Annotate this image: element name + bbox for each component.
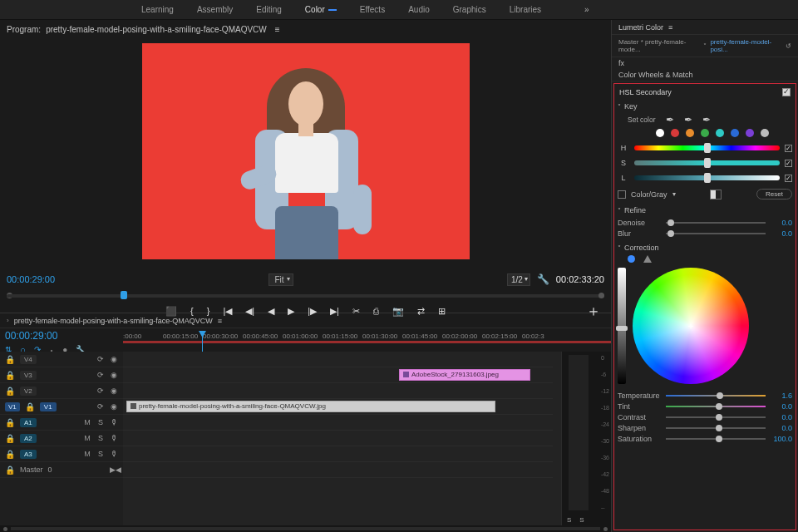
swatch-orange[interactable]: [686, 129, 694, 137]
sync-icon[interactable]: ⟳: [96, 402, 105, 411]
add-button-icon[interactable]: ＋: [586, 301, 601, 321]
timeline-playhead-tc[interactable]: 00:00:29:00: [5, 330, 118, 342]
slider-knob[interactable]: [716, 436, 722, 442]
blur-slider[interactable]: [666, 233, 766, 234]
contrast-value[interactable]: 0.0: [771, 413, 792, 421]
expand-icon[interactable]: ▶◀: [110, 466, 118, 474]
monitor-resolution-select[interactable]: 1/2: [507, 273, 530, 286]
monitor-viewer[interactable]: [0, 38, 611, 269]
track-header-v1[interactable]: V1 🔒 V1 ⟳◉: [0, 399, 123, 415]
timeline-playhead[interactable]: [202, 331, 203, 352]
hue-enable-checkbox[interactable]: [785, 145, 792, 152]
sat-enable-checkbox[interactable]: [785, 160, 792, 167]
slider-handle[interactable]: [704, 173, 711, 183]
lum-slider[interactable]: [634, 175, 780, 180]
track-label[interactable]: V1: [40, 402, 57, 411]
sat-slider[interactable]: [634, 160, 780, 165]
twisty-icon[interactable]: ˅: [618, 103, 621, 111]
denoise-value[interactable]: 0.0: [771, 219, 792, 227]
lane-a1[interactable]: [123, 415, 553, 431]
eyedropper-icon[interactable]: ✒: [666, 114, 674, 126]
lane-v1[interactable]: pretty-female-model-posing-with-a-smilin…: [123, 399, 553, 415]
eye-icon[interactable]: ◉: [110, 355, 118, 363]
lum-enable-checkbox[interactable]: [785, 175, 792, 182]
invert-mask-icon[interactable]: [710, 190, 722, 200]
slider-knob[interactable]: [716, 403, 722, 410]
color-wheel[interactable]: ＋: [633, 268, 749, 384]
timeline-zoom-bar[interactable]: [0, 525, 611, 532]
scrubber-end-dot[interactable]: [598, 293, 604, 298]
eye-icon[interactable]: ◉: [110, 371, 118, 379]
twisty-icon[interactable]: ˅: [618, 244, 621, 252]
lock-icon[interactable]: 🔒: [5, 466, 15, 475]
master-value[interactable]: 0: [48, 466, 52, 474]
step-forward-icon[interactable]: |▶: [308, 306, 317, 317]
work-area-bar[interactable]: [123, 341, 611, 343]
tint-slider[interactable]: [666, 406, 766, 407]
eye-icon[interactable]: ◉: [110, 387, 118, 395]
saturation-slider[interactable]: [666, 438, 766, 440]
clip-v3[interactable]: AdobeStock_279131603.jpeg: [399, 369, 530, 381]
temperature-value[interactable]: 1.6: [771, 392, 792, 400]
tab-libraries[interactable]: Libraries: [510, 5, 541, 14]
swatch-purple[interactable]: [746, 129, 754, 137]
mute-icon[interactable]: M: [83, 450, 91, 458]
voice-icon[interactable]: 🎙: [110, 418, 118, 426]
color-wheels-row[interactable]: Color Wheels & Match: [612, 69, 798, 81]
swatch-blue[interactable]: [731, 129, 739, 137]
monitor-timecode-in[interactable]: 00:00:29:00: [7, 274, 55, 284]
step-back-icon[interactable]: ◀|: [245, 306, 254, 317]
solo-icon[interactable]: S: [96, 434, 105, 442]
slider-handle[interactable]: [704, 143, 711, 153]
track-label[interactable]: A1: [20, 418, 37, 427]
eyedropper-add-icon[interactable]: ✒: [684, 114, 692, 126]
sync-icon[interactable]: ⟳: [96, 371, 105, 379]
luma-handle[interactable]: [616, 326, 628, 331]
monitor-menu-icon[interactable]: ≡: [275, 25, 280, 34]
track-header-a1[interactable]: 🔒 A1 MS🎙: [0, 415, 123, 431]
solo-icon[interactable]: S: [96, 450, 105, 458]
reset-button[interactable]: Reset: [756, 189, 792, 200]
breadcrumb-clip-link[interactable]: pretty-female-model-posi...: [710, 38, 782, 53]
zoom-left-handle[interactable]: [3, 527, 7, 531]
key-header[interactable]: ˅ Key: [618, 102, 792, 111]
temperature-slider[interactable]: [666, 395, 766, 397]
lane-v2[interactable]: [123, 383, 553, 399]
tab-learning[interactable]: Learning: [141, 5, 174, 14]
eyedropper-remove-icon[interactable]: ✒: [702, 114, 711, 126]
swatch-gray[interactable]: [761, 129, 769, 137]
solo-left[interactable]: S: [567, 516, 571, 524]
refine-header[interactable]: ˅ Refine: [618, 206, 792, 214]
tab-color[interactable]: Color: [305, 5, 337, 14]
sync-icon[interactable]: ⟳: [96, 355, 105, 363]
extract-icon[interactable]: ⎙: [373, 306, 379, 316]
track-label[interactable]: A3: [20, 450, 37, 459]
swatch-white[interactable]: [656, 129, 664, 137]
slider-knob[interactable]: [716, 414, 722, 421]
lane-a3[interactable]: [123, 446, 553, 462]
swatch-red[interactable]: [671, 129, 679, 137]
tint-value[interactable]: 0.0: [771, 402, 792, 411]
sync-icon[interactable]: ⟳: [96, 387, 105, 395]
monitor-fit-select[interactable]: Fit: [268, 273, 293, 286]
clip-v1[interactable]: pretty-female-model-posing-with-a-smilin…: [126, 401, 495, 412]
lock-icon[interactable]: 🔒: [5, 371, 15, 380]
sharpen-slider[interactable]: [666, 427, 766, 429]
hsl-enable-checkbox[interactable]: [782, 88, 791, 96]
correction-header[interactable]: ˅ Correction: [618, 244, 792, 252]
solo-icon[interactable]: S: [96, 418, 105, 426]
tab-graphics[interactable]: Graphics: [453, 5, 486, 14]
fx-row[interactable]: fx: [612, 57, 798, 69]
sharpen-value[interactable]: 0.0: [771, 424, 792, 432]
hue-slider[interactable]: [634, 145, 780, 150]
colorgray-checkbox[interactable]: [618, 190, 626, 199]
eye-icon[interactable]: ◉: [110, 402, 118, 411]
source-patch-v1[interactable]: V1: [5, 402, 20, 411]
track-lanes[interactable]: AdobeStock_279131603.jpeg pretty-female-…: [123, 352, 561, 525]
track-header-a3[interactable]: 🔒 A3 MS🎙: [0, 446, 123, 462]
time-ruler[interactable]: :00:00 00:00:15:00 00:00:30:00 00:00:45:…: [123, 328, 611, 352]
contrast-slider[interactable]: [666, 416, 766, 418]
mute-icon[interactable]: M: [83, 418, 91, 426]
swatch-green[interactable]: [701, 129, 709, 137]
wheel-mode-icon[interactable]: [628, 255, 635, 263]
